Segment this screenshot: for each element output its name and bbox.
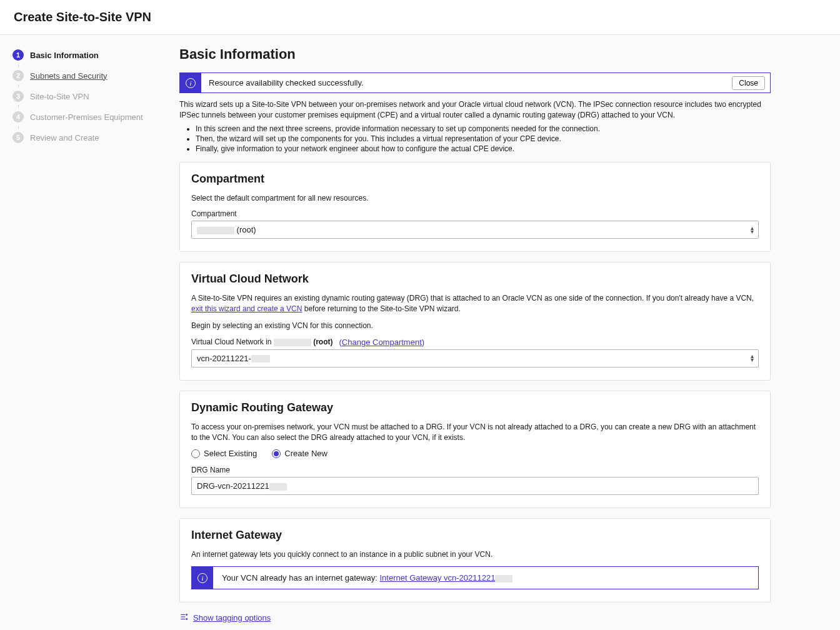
card-desc: An internet gateway lets you quickly con… [191,549,759,560]
page-title: Create Site-to-Site VPN [14,10,826,24]
step-number-icon: 4 [12,111,24,122]
intro-paragraph: This wizard sets up a Site-to-Site VPN b… [179,99,771,121]
step-review-create: 5 Review and Create [12,129,153,146]
igw-card: Internet Gateway An internet gateway let… [179,518,771,602]
step-basic-information[interactable]: 1 Basic Information [12,46,153,64]
step-number-icon: 5 [12,132,24,143]
compartment-card: Compartment Select the default compartme… [179,162,771,252]
step-number-icon: 3 [12,91,24,102]
radio-label: Create New [284,449,328,458]
page-header: Create Site-to-Site VPN [0,0,840,35]
svg-point-4 [186,619,188,620]
drg-name-label: DRG Name [191,466,759,474]
compartment-select[interactable]: (root) [191,221,759,239]
step-subnets-security[interactable]: 2 Subnets and Security [12,67,153,84]
card-desc: A Site-to-Site VPN requires an existing … [191,293,759,314]
step-label: Site-to-Site VPN [30,92,89,101]
drg-card: Dynamic Routing Gateway To access your o… [179,391,771,509]
vcn-label: Virtual Cloud Network in (root) [191,338,333,346]
step-label: Subnets and Security [30,71,108,81]
wizard-sidebar: 1 Basic Information 2 Subnets and Securi… [0,35,166,630]
radio-select-existing[interactable]: Select Existing [191,449,257,458]
step-number-icon: 2 [12,70,24,81]
drg-name-input[interactable]: DRG-vcn-20211221 [191,477,759,495]
step-site-to-site-vpn: 3 Site-to-Site VPN [12,88,153,105]
bullet-item: Then, the wizard will set up the compone… [196,134,771,143]
alert-close-button[interactable]: Close [732,76,765,90]
step-label: Basic Information [30,51,99,60]
step-label: Review and Create [30,133,99,142]
card-title: Virtual Cloud Network [191,272,759,286]
step-number-icon: 1 [12,49,24,61]
availability-alert: i Resource availability checked successf… [179,72,771,93]
card-title: Compartment [191,172,759,186]
info-icon: i [192,567,213,589]
card-title: Dynamic Routing Gateway [191,401,759,414]
radio-create-new[interactable]: Create New [272,449,328,458]
exit-wizard-link[interactable]: exit this wizard and create a VCN [191,304,302,313]
info-icon: i [180,73,201,92]
igw-info-alert: i Your VCN already has an internet gatew… [191,566,759,589]
step-list: 1 Basic Information 2 Subnets and Securi… [12,46,153,146]
vcn-card: Virtual Cloud Network A Site-to-Site VPN… [179,262,771,380]
change-compartment-link[interactable]: Change Compartment [342,338,422,347]
tagging-icon [179,612,188,623]
bullet-item: Finally, give information to your networ… [196,144,771,153]
alert-text: Your VCN already has an internet gateway… [213,567,758,589]
step-label: Customer-Premises Equipment [30,112,143,122]
radio-label: Select Existing [204,449,257,458]
alert-text: Resource availability checked successful… [201,73,732,92]
card-desc: Select the default compartment for all n… [191,193,759,204]
section-heading: Basic Information [179,46,771,62]
vcn-select[interactable]: vcn-20211221- [191,349,759,368]
card-desc: To access your on-premises network, your… [191,422,759,443]
svg-point-3 [186,614,188,616]
bullet-item: In this screen and the next three screen… [196,124,771,133]
step-cpe: 4 Customer-Premises Equipment [12,108,153,126]
compartment-label: Compartment [191,209,759,218]
content-area: Basic Information i Resource availabilit… [166,35,784,630]
card-title: Internet Gateway [191,529,759,542]
show-tagging-link[interactable]: Show tagging options [193,613,271,622]
igw-link[interactable]: Internet Gateway vcn-20211221 [379,573,512,582]
intro-bullets: In this screen and the next three screen… [196,124,771,153]
tagging-row: Show tagging options [179,612,771,623]
card-desc2: Begin by selecting an existing VCN for t… [191,321,759,331]
